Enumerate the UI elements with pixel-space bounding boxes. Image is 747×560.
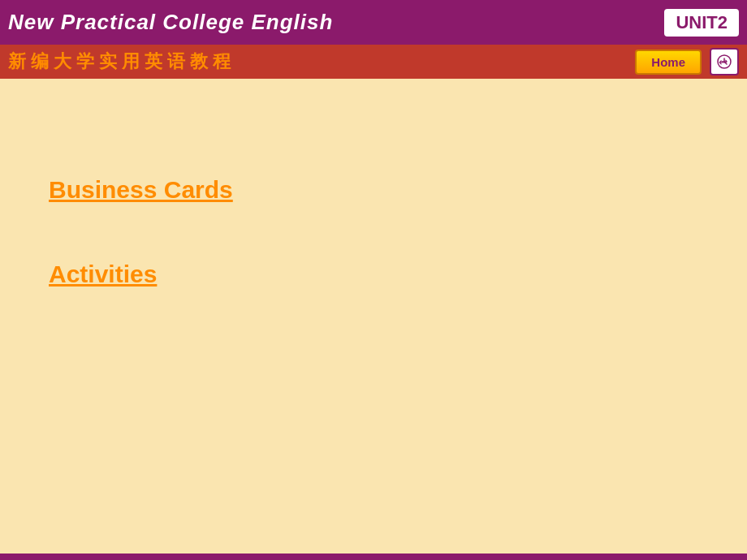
svg-text:↩: ↩ [719, 56, 728, 68]
home-button[interactable]: Home [635, 50, 702, 75]
activities-link[interactable]: Activities [49, 261, 698, 288]
header-top-bar: New Practical College English UNIT2 [0, 0, 747, 45]
nav-controls: Home ↩ [635, 48, 739, 75]
main-content: Business Cards Activities [0, 79, 747, 554]
app-title-chinese: 新编大学实用英语教程 [8, 50, 235, 74]
header-subtitle-bar: 新编大学实用英语教程 Home ↩ [0, 45, 747, 79]
footer-bar [0, 554, 747, 560]
business-cards-link[interactable]: Business Cards [49, 176, 698, 204]
app-title-english: New Practical College English [8, 10, 333, 35]
unit-badge: UNIT2 [664, 9, 739, 37]
back-icon: ↩ [716, 54, 732, 70]
back-button[interactable]: ↩ [710, 48, 739, 75]
